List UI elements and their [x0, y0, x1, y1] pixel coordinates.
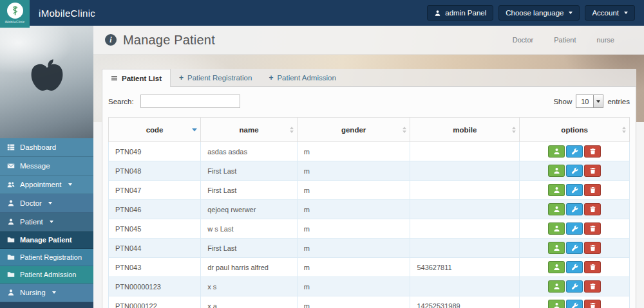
edit-patient-button[interactable]: [566, 145, 583, 158]
trash-icon: [589, 206, 596, 213]
sidebar-item-label: Message: [20, 162, 50, 170]
delete-patient-button[interactable]: [584, 222, 601, 235]
sidebar-item-manage-patient[interactable]: Manage Patient: [0, 231, 93, 249]
column-label: name: [239, 126, 258, 134]
column-header-name[interactable]: name: [201, 118, 298, 142]
cell-name: asdas asdas: [201, 142, 298, 161]
tab-patient-list[interactable]: Patient List: [102, 69, 171, 87]
choose-language-button[interactable]: Choose language: [498, 5, 580, 21]
sidebar-item-patient-registration[interactable]: Patient Registration: [0, 249, 93, 266]
medical-caduceus-icon: [7, 3, 23, 19]
delete-patient-button[interactable]: [584, 261, 601, 273]
delete-patient-button[interactable]: [584, 184, 601, 196]
sidebar-item-patient-admission[interactable]: Patient Admission: [0, 266, 93, 284]
cell-gender: m: [297, 277, 410, 296]
patient-profile-button[interactable]: [548, 184, 565, 196]
sidebar-item-label: Patient Registration: [20, 253, 82, 261]
delete-patient-button[interactable]: [584, 165, 601, 177]
plus-icon: [179, 73, 184, 82]
content: Patient List Patient Registration Patien…: [102, 69, 636, 308]
nurse-icon: [6, 289, 15, 296]
edit-patient-button[interactable]: [566, 222, 583, 235]
cell-options: [520, 142, 630, 161]
table-row: PTN046qejoeq rwerwerm: [109, 200, 630, 219]
wrench-icon: [571, 206, 578, 213]
chevron-down-icon: [50, 221, 53, 223]
brand: iMobileClinic iMobileClinic: [0, 0, 95, 28]
sidebar-item-dashboard[interactable]: Dashboard: [0, 138, 93, 157]
doctor-icon: [6, 199, 15, 207]
show-label: Show: [553, 98, 572, 105]
dashboard-list-icon: [6, 143, 15, 151]
delete-patient-button[interactable]: [584, 280, 601, 293]
edit-patient-button[interactable]: [566, 184, 583, 196]
cell-code: PTN046: [109, 200, 201, 219]
column-header-mobile[interactable]: mobile: [410, 118, 520, 142]
sidebar-item-nursing[interactable]: Nursing: [0, 284, 93, 302]
chevron-down-icon: [624, 12, 628, 14]
column-label: mobile: [453, 126, 477, 134]
cell-gender: m: [297, 161, 410, 181]
tab-label: Patient Admission: [277, 74, 336, 82]
chevron-down-icon: [48, 202, 52, 204]
cell-code: PTN048: [109, 161, 201, 181]
patient-profile-button[interactable]: [548, 145, 565, 158]
account-button[interactable]: Account: [585, 5, 635, 21]
folder-icon: [6, 236, 15, 244]
profile-photo: [0, 26, 93, 138]
page-header: Manage Patient Doctor Patient nurse: [93, 26, 644, 55]
patient-profile-button[interactable]: [548, 300, 565, 308]
delete-patient-button[interactable]: [584, 242, 601, 254]
column-label: code: [146, 126, 164, 134]
column-header-code[interactable]: code: [109, 118, 201, 142]
sidebar-item-patient[interactable]: Patient: [0, 213, 93, 231]
sidebar-item-message[interactable]: Message: [0, 157, 93, 176]
column-label: options: [561, 126, 588, 134]
patient-profile-button[interactable]: [548, 165, 565, 177]
delete-patient-button[interactable]: [584, 145, 601, 158]
wrench-icon: [571, 148, 578, 155]
delete-patient-button[interactable]: [584, 300, 601, 308]
user-icon: [553, 283, 560, 290]
cell-mobile: [410, 200, 520, 219]
header-link-patient[interactable]: Patient: [554, 36, 576, 44]
tab-patient-admission[interactable]: Patient Admission: [260, 69, 344, 86]
edit-patient-button[interactable]: [566, 300, 583, 308]
search-input[interactable]: [140, 95, 240, 108]
trash-icon: [589, 283, 596, 290]
column-header-options[interactable]: options: [520, 118, 630, 142]
column-header-gender[interactable]: gender: [297, 118, 410, 142]
sidebar-item-doctor[interactable]: Doctor: [0, 194, 93, 213]
patient-profile-button[interactable]: [548, 261, 565, 273]
edit-patient-button[interactable]: [566, 280, 583, 293]
patient-profile-button[interactable]: [548, 280, 565, 293]
header-link-doctor[interactable]: Doctor: [513, 36, 533, 44]
delete-patient-button[interactable]: [584, 203, 601, 215]
patient-profile-button[interactable]: [548, 242, 565, 254]
edit-patient-button[interactable]: [566, 165, 583, 177]
sidebar-item-appointment[interactable]: Appointment: [0, 176, 93, 194]
wrench-icon: [571, 244, 578, 251]
edit-patient-button[interactable]: [566, 203, 583, 215]
page-size-value: 10: [576, 95, 593, 107]
page-size-select[interactable]: 10: [576, 95, 603, 108]
wrench-icon: [571, 283, 578, 290]
app-logo[interactable]: iMobileClinic: [0, 0, 30, 28]
tab-patient-registration[interactable]: Patient Registration: [171, 69, 260, 86]
sidebar-item-label: Appointment: [20, 181, 62, 188]
cell-name: First Last: [201, 239, 298, 258]
edit-patient-button[interactable]: [566, 242, 583, 254]
patient-profile-button[interactable]: [548, 203, 565, 215]
table-row: PTN049asdas asdasm: [109, 142, 630, 161]
cell-mobile: [410, 181, 520, 200]
wrench-icon: [571, 302, 578, 308]
user-icon: [434, 10, 441, 17]
edit-patient-button[interactable]: [566, 261, 583, 273]
header-link-nurse[interactable]: nurse: [596, 36, 614, 44]
admin-panel-button[interactable]: admin Panel: [427, 5, 493, 21]
button-label: Account: [592, 9, 619, 17]
patient-profile-button[interactable]: [548, 222, 565, 235]
cell-options: [520, 200, 630, 219]
cell-name: x s: [201, 277, 298, 296]
cell-name: qejoeq rwerwer: [201, 200, 298, 219]
